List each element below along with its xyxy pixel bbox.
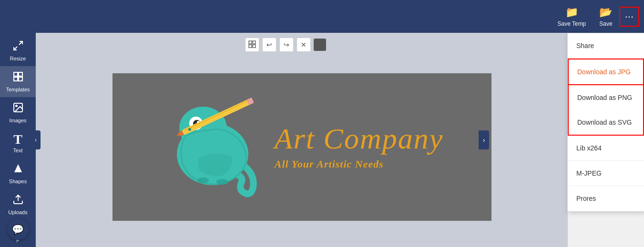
- svg-rect-11: [253, 41, 256, 44]
- grid-icon: [248, 40, 256, 49]
- design-canvas[interactable]: Art Company All Your Artistic Needs: [112, 73, 491, 221]
- save-temp-icon: 📁: [565, 6, 578, 19]
- download-jpg-label: Download as JPG: [577, 68, 631, 76]
- save-temp-button[interactable]: 📁 Save Temp: [551, 2, 593, 31]
- sidebar-item-uploads[interactable]: Uploads: [0, 189, 36, 220]
- undo-button[interactable]: ↩: [262, 38, 276, 52]
- sidebar-item-text[interactable]: T Text: [0, 128, 36, 158]
- uploads-icon: [12, 194, 24, 208]
- sidebar-collapse-arrow[interactable]: ›: [31, 130, 41, 149]
- svg-rect-12: [249, 45, 252, 48]
- templates-icon: [12, 71, 24, 85]
- sidebar-item-shapes[interactable]: Shapes: [0, 158, 36, 189]
- dropdown-item-download-jpg[interactable]: Download as JPG: [568, 59, 644, 85]
- redo-button[interactable]: ↪: [279, 38, 294, 52]
- grid-toggle-button[interactable]: [245, 38, 259, 52]
- svg-rect-3: [19, 72, 22, 76]
- save-label: Save: [599, 20, 612, 27]
- more-options-button[interactable]: ···: [619, 7, 639, 27]
- svg-marker-8: [14, 164, 22, 172]
- dropdown-menu: Share Download as JPG Download as PNG Do…: [567, 33, 644, 212]
- svg-point-7: [16, 105, 17, 107]
- close-icon: ✕: [301, 41, 307, 49]
- text-icon: T: [13, 133, 22, 146]
- undo-icon: ↩: [266, 41, 272, 49]
- art-subtitle: All Your Artistic Needs: [275, 158, 384, 170]
- chat-bubble-button[interactable]: 💬: [7, 218, 29, 240]
- dropdown-item-download-svg[interactable]: Download as SVG: [568, 110, 644, 136]
- chameleon-logo: [160, 88, 265, 207]
- chat-icon: 💬: [12, 224, 24, 235]
- download-png-label: Download as PNG: [577, 94, 632, 101]
- resize-icon: [12, 40, 24, 54]
- sidebar-label-uploads: Uploads: [8, 209, 27, 215]
- prores-label: Prores: [576, 195, 596, 202]
- sidebar-item-templates[interactable]: Templates: [0, 66, 36, 97]
- sidebar-item-images[interactable]: Images: [0, 97, 36, 128]
- canvas-area: ↩ ↪ ✕: [36, 33, 568, 247]
- sidebar-item-resize[interactable]: Resize: [0, 35, 36, 66]
- sidebar-label-resize: Resize: [10, 56, 26, 61]
- sidebar: Resize Templates Images: [0, 33, 36, 247]
- art-content: Art Company All Your Artistic Needs: [112, 73, 491, 221]
- svg-rect-4: [14, 77, 18, 81]
- close-canvas-button[interactable]: ✕: [296, 38, 311, 52]
- right-panel: ers ▲ ▼ Share Download as JPG Download a…: [568, 33, 644, 247]
- sidebar-label-text: Text: [13, 148, 22, 153]
- more-icon: ···: [625, 10, 634, 23]
- save-temp-label: Save Temp: [557, 20, 586, 27]
- download-svg-label: Download as SVG: [577, 119, 632, 126]
- art-text-block: Art Company All Your Artistic Needs: [275, 124, 443, 170]
- art-title: Art Company: [275, 124, 443, 153]
- dropdown-item-lib-x264[interactable]: Lib x264: [568, 136, 644, 161]
- color-swatch[interactable]: [314, 39, 326, 51]
- save-button[interactable]: 📂 Save: [593, 2, 619, 31]
- svg-rect-13: [253, 45, 256, 48]
- dropdown-item-download-png[interactable]: Download as PNG: [568, 85, 644, 110]
- redo-icon: ↪: [284, 41, 289, 49]
- svg-point-25: [188, 128, 191, 131]
- svg-line-0: [19, 41, 22, 45]
- save-icon: 📂: [599, 6, 612, 19]
- shapes-icon: [12, 163, 24, 177]
- dropdown-item-prores[interactable]: Prores: [568, 186, 644, 211]
- lib-x264-label: Lib x264: [576, 144, 602, 152]
- sidebar-label-shapes: Shapes: [9, 178, 27, 184]
- toolbar: 📁 Save Temp 📂 Save ···: [0, 0, 644, 33]
- dropdown-item-m-jpeg[interactable]: M-JPEG: [568, 161, 644, 186]
- images-icon: [12, 102, 24, 116]
- canvas-toolbar: ↩ ↪ ✕: [245, 38, 358, 52]
- svg-line-1: [14, 47, 17, 50]
- sidebar-label-templates: Templates: [6, 87, 30, 92]
- sidebar-arrow-icon: ›: [35, 137, 37, 143]
- dropdown-item-share[interactable]: Share: [568, 33, 644, 59]
- right-panel-expand[interactable]: ›: [479, 130, 489, 149]
- share-label: Share: [576, 42, 594, 49]
- main-area: Resize Templates Images: [0, 33, 644, 247]
- sidebar-label-images: Images: [9, 118, 26, 123]
- m-jpeg-label: M-JPEG: [576, 169, 602, 177]
- svg-rect-2: [14, 72, 18, 76]
- svg-rect-10: [249, 41, 252, 44]
- svg-rect-5: [19, 77, 22, 81]
